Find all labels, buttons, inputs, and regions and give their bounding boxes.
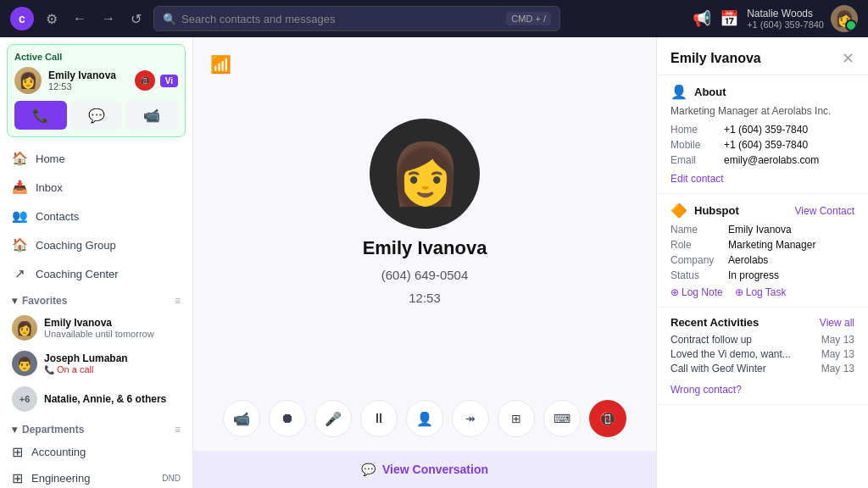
hs-status-label: Status [670, 269, 721, 281]
close-icon[interactable]: ✕ [842, 49, 854, 68]
coaching-center-icon: ↗ [12, 266, 27, 281]
fav-status-joseph: 📞 On a call [44, 364, 128, 374]
view-all-link[interactable]: View all [820, 317, 854, 329]
dept-name-engineering: Engineering [31, 472, 90, 485]
contacts-icon: 👥 [12, 208, 27, 224]
mute-button[interactable]: 🎤 [314, 400, 352, 437]
fav-item-joseph[interactable]: 👨 Joseph Lumaban 📞 On a call [0, 346, 192, 381]
fav-info-joseph: Joseph Lumaban 📞 On a call [44, 352, 128, 374]
active-call-label: Active Call [14, 52, 178, 62]
hold-button[interactable]: ⏸ [360, 400, 398, 437]
mobile-phone-row: Mobile +1 (604) 359-7840 [670, 139, 854, 151]
fav-name-others: Natalie, Annie, & 6 others [44, 393, 166, 405]
sidebar-item-home[interactable]: 🏠 Home [0, 144, 192, 173]
hs-role-label: Role [670, 239, 721, 251]
home-icon: 🏠 [12, 151, 27, 166]
signal-icon: 📶 [210, 54, 231, 75]
fav-info-others: Natalie, Annie, & 6 others [44, 393, 166, 405]
dept-item-accounting[interactable]: ⊞ Accounting [0, 439, 192, 465]
search-input[interactable] [181, 13, 506, 25]
wrong-contact-link[interactable]: Wrong contact? [670, 384, 742, 396]
log-task-icon: ⊕ [735, 286, 743, 298]
avatar[interactable]: 👩 [831, 5, 858, 32]
log-note-link[interactable]: ⊕ Log Note [670, 286, 723, 298]
active-call-panel: Active Call 👩 Emily Ivanova 12:53 📵 Vi 📞… [7, 44, 186, 137]
recent-activities-title: Recent Activities [670, 316, 759, 329]
call-phone-button[interactable]: 📞 [14, 101, 67, 130]
sidebar-item-contacts[interactable]: 👥 Contacts [0, 202, 192, 230]
vi-button[interactable]: Vi [160, 75, 178, 87]
hs-status-value: In progress [728, 269, 779, 281]
about-section: 👤 About Marketing Manager at Aerolabs In… [657, 75, 868, 194]
logo-icon[interactable]: c [10, 7, 34, 30]
call-chat-button[interactable]: 💬 [70, 101, 123, 130]
mobile-value: +1 (604) 359-7840 [724, 139, 808, 151]
log-links: ⊕ Log Note ⊕ Log Task [670, 286, 854, 298]
view-contact-link[interactable]: View Contact [795, 205, 854, 217]
hangup-button[interactable]: 📵 [589, 400, 626, 437]
dept-item-engineering[interactable]: ⊞ Engineering DND [0, 465, 192, 488]
nav-coaching-group-label: Coaching Group [36, 239, 116, 252]
hubspot-header: 🔶 Hubspot View Contact [670, 202, 854, 219]
merge-button[interactable]: ⊞ [498, 400, 535, 437]
settings-icon[interactable]: ⚙ [42, 8, 61, 30]
refresh-icon[interactable]: ↺ [127, 8, 145, 30]
active-call-user: 👩 Emily Ivanova 12:53 📵 Vi [14, 67, 178, 94]
forward-icon[interactable]: → [98, 8, 119, 30]
view-conversation-button[interactable]: 💬 View Conversation [193, 451, 656, 488]
right-panel: Emily Ivanova ✕ 👤 About Marketing Manage… [656, 37, 868, 488]
active-call-name: Emily Ivanova [48, 69, 128, 81]
call-video-button[interactable]: 📹 [125, 101, 178, 130]
about-subtitle: Marketing Manager at Aerolabs Inc. [670, 105, 854, 117]
back-icon[interactable]: ← [70, 8, 90, 30]
departments-section: ▾ Departments ≡ [0, 417, 192, 439]
coaching-group-icon: 🏠 [12, 237, 27, 252]
user-phone: +1 (604) 359-7840 [747, 19, 824, 30]
record-button[interactable]: ⏺ [269, 400, 306, 437]
activity-date-0: May 13 [821, 334, 854, 346]
sidebar-item-coaching-group[interactable]: 🏠 Coaching Group [0, 230, 192, 259]
call-action-buttons: 📹 ⏺ 🎤 ⏸ 👤 ↠ ⊞ ⌨ 📵 [209, 386, 640, 451]
topbar-right: 📢 📅 Natalie Woods +1 (604) 359-7840 👩 [693, 5, 858, 32]
email-value: emily@aerolabs.com [724, 154, 819, 166]
email-label: Email [670, 154, 717, 166]
chat-icon: 💬 [361, 463, 376, 476]
log-note-icon: ⊕ [670, 286, 679, 298]
sidebar-item-inbox[interactable]: 📥 Inbox [0, 173, 192, 202]
log-task-label: Log Task [746, 286, 787, 298]
dept-icon-accounting: ⊞ [12, 444, 23, 460]
fav-item-others[interactable]: +6 Natalie, Annie, & 6 others [0, 381, 192, 417]
keypad-button[interactable]: ⌨ [543, 400, 581, 437]
hubspot-title: Hubspot [694, 204, 788, 217]
video-call-button[interactable]: 📹 [223, 400, 260, 437]
end-call-button[interactable]: 📵 [135, 70, 155, 91]
view-conversation-label: View Conversation [382, 463, 488, 476]
hs-status-row: Status In progress [670, 269, 854, 281]
caller-name: Emily Ivanova [363, 237, 487, 259]
favorites-section: ▾ Favorites ≡ [0, 288, 192, 310]
departments-label: Departments [22, 424, 175, 435]
fav-avatar-others: +6 [12, 386, 37, 412]
nav-home-label: Home [36, 152, 65, 165]
activity-row-0: Contract follow up May 13 [670, 334, 854, 346]
fav-name-emily: Emily Ivanova [44, 317, 154, 329]
home-label: Home [670, 124, 717, 136]
sidebar-item-coaching-center[interactable]: ↗ Coaching Center [0, 259, 192, 288]
edit-contact-link[interactable]: Edit contact [670, 173, 724, 185]
hs-name-label: Name [670, 224, 721, 236]
activity-name-1: Loved the Vi demo, want... [670, 348, 791, 360]
caller-number: (604) 649-0504 [381, 268, 469, 282]
search-bar[interactable]: 🔍 CMD + / [153, 6, 560, 31]
hs-name-value: Emily Ivanova [728, 224, 792, 236]
hubspot-icon: 🔶 [670, 202, 687, 219]
hs-company-row: Company Aerolabs [670, 254, 854, 266]
about-header: 👤 About [670, 84, 854, 100]
megaphone-icon[interactable]: 📢 [693, 9, 711, 28]
transfer-button[interactable]: ↠ [452, 400, 489, 437]
log-task-link[interactable]: ⊕ Log Task [735, 286, 787, 298]
recent-header: Recent Activities View all [670, 316, 854, 329]
fav-item-emily[interactable]: 👩 Emily Ivanova Unavailable until tomorr… [0, 310, 192, 346]
add-participant-button[interactable]: 👤 [406, 400, 443, 437]
calendar-icon[interactable]: 📅 [720, 9, 738, 28]
mobile-label: Mobile [670, 139, 717, 151]
